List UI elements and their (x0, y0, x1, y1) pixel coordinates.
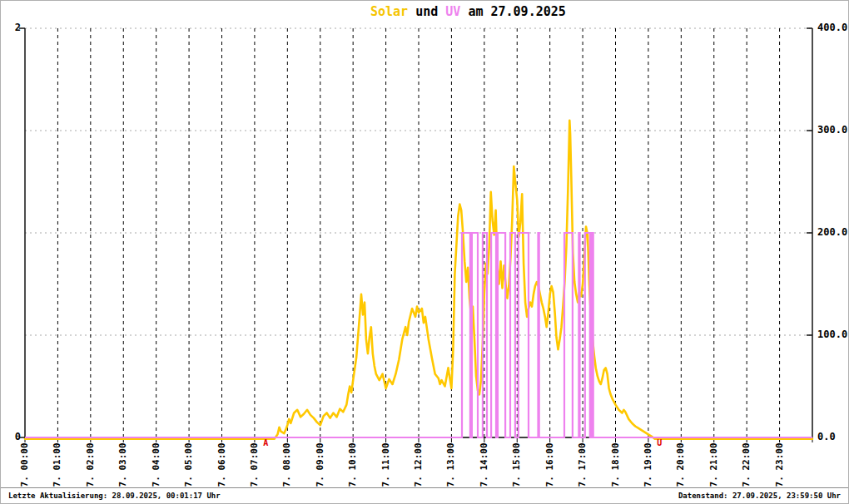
last-update-text: Letzte Aktualisierung: 28.09.2025, 00:01… (8, 492, 221, 500)
x-axis-label: 27. 08:00 (281, 441, 292, 492)
x-axis-label: 27. 04:00 (151, 441, 161, 492)
title-uv-word: UV (445, 4, 460, 19)
title-solar-word: Solar (370, 4, 408, 19)
sunset-marker: U (657, 439, 662, 447)
x-axis-label: 27. 01:00 (52, 441, 62, 492)
x-axis-label: 27. 05:00 (183, 441, 194, 492)
title-date: am 27.09.2025 (468, 4, 565, 19)
x-axis-label: 27. 12:00 (413, 441, 424, 492)
right-axis-label: 0.0 (817, 431, 849, 442)
weather-chart-window: Solar und UV am 27.09.2025 20400.0300.02… (0, 0, 849, 504)
right-axis-label: 300.0 (817, 124, 849, 136)
x-axis-label: 27. 14:00 (479, 441, 489, 492)
x-axis-label: 27. 03:00 (117, 441, 128, 492)
x-axis-label: 27. 19:00 (643, 441, 653, 492)
x-axis-label: 27. 22:00 (741, 441, 752, 492)
right-axis-label: 400.0 (817, 22, 849, 33)
status-bar: Letzte Aktualisierung: 28.09.2025, 00:01… (1, 487, 848, 503)
x-axis-label: 27. 18:00 (610, 441, 621, 492)
x-axis-label: 27. 20:00 (675, 441, 686, 492)
chart-area: Solar und UV am 27.09.2025 20400.0300.02… (1, 1, 848, 487)
left-axis-label: 2 (7, 22, 21, 33)
x-axis-label: 27. 15:00 (511, 441, 522, 492)
x-axis-label: 27. 09:00 (315, 441, 325, 492)
x-axis-label: 27. 16:00 (544, 441, 555, 492)
x-axis-label: 27. 07:00 (249, 441, 260, 492)
x-axis-label: 27. 13:00 (445, 441, 456, 492)
sunrise-marker: A (263, 439, 268, 447)
data-timestamp-text: Datenstand: 27.09.2025, 23:59:50 Uhr (678, 492, 841, 500)
x-axis-label: 27. 23:00 (774, 441, 785, 492)
title-und-word: und (415, 4, 438, 19)
right-axis-label: 200.0 (817, 226, 849, 238)
x-axis-label: 27. 17:00 (577, 441, 588, 492)
x-axis-label: 27. 21:00 (708, 441, 719, 492)
x-axis-label: 27. 10:00 (347, 441, 358, 492)
x-axis-label: 27. 02:00 (85, 441, 96, 492)
x-axis-label: 27. 06:00 (216, 441, 227, 492)
chart-canvas (1, 1, 849, 489)
right-axis-label: 100.0 (817, 329, 849, 340)
x-axis-label: 27. 00:00 (19, 441, 30, 492)
x-axis-label: 27. 11:00 (380, 441, 391, 492)
chart-title: Solar und UV am 27.09.2025 (370, 4, 566, 19)
